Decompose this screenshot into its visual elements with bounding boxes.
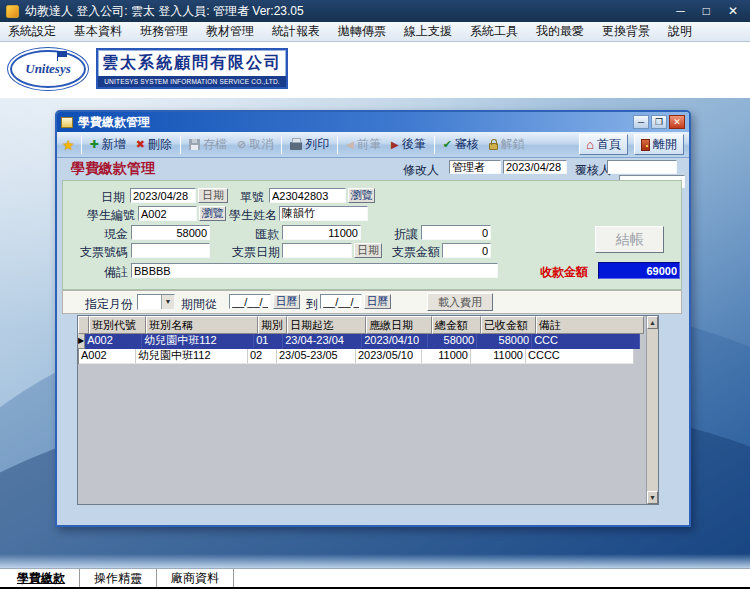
- modified-by-field[interactable]: [449, 160, 501, 174]
- menu-item-system-tools[interactable]: 系統工具: [470, 23, 518, 40]
- previous-record-label: 前筆: [357, 136, 381, 153]
- minimize-button[interactable]: ─: [676, 0, 685, 22]
- table-row[interactable]: A002 幼兒園中班112 02 23/05-23/05 2023/05/10 …: [78, 349, 658, 364]
- table-row[interactable]: ▶ A002 幼兒園中班112 01 23/04-23/04 2023/04/1…: [78, 334, 658, 349]
- chevron-down-icon[interactable]: ▼: [161, 295, 174, 309]
- menu-item-class-mgmt[interactable]: 班務管理: [140, 23, 188, 40]
- screen: 幼教達人 登入公司: 雲太 登入人員: 管理者 Ver:23.05 ─ □ ✕ …: [0, 0, 750, 589]
- menu-item-material-mgmt[interactable]: 教材管理: [206, 23, 254, 40]
- delete-label: 刪除: [148, 136, 172, 153]
- maximize-button[interactable]: □: [703, 0, 710, 22]
- note-label: 備註: [104, 264, 128, 281]
- calendar-to-button[interactable]: 日曆: [364, 294, 391, 309]
- cell-note: CCCC: [526, 349, 634, 364]
- menu-item-reports[interactable]: 統計報表: [272, 23, 320, 40]
- cell-date-range: 23/04-23/04: [283, 334, 362, 349]
- scroll-down-icon[interactable]: ▼: [647, 491, 658, 504]
- app-icon: [6, 5, 19, 18]
- save-label: 存檔: [203, 136, 227, 153]
- delete-button[interactable]: ✖ 刪除: [132, 134, 176, 155]
- month-select-value: [138, 295, 161, 309]
- menu-item-favorites[interactable]: 我的最愛: [536, 23, 584, 40]
- menu-item-online-support[interactable]: 線上支援: [404, 23, 452, 40]
- grid-header-class-name[interactable]: 班別名稱: [146, 316, 258, 334]
- check-amount-field[interactable]: [442, 243, 491, 258]
- grid-header-due-date[interactable]: 應繳日期: [366, 316, 432, 334]
- student-name-field[interactable]: [279, 206, 368, 221]
- cell-received-amount: 11000: [471, 349, 526, 364]
- grid-header-date-range[interactable]: 日期起迄: [287, 316, 366, 334]
- remittance-field[interactable]: [282, 225, 361, 240]
- student-id-field[interactable]: [138, 206, 197, 221]
- window-titlebar[interactable]: 學費繳款管理 ─ ❐ ✕: [57, 112, 689, 132]
- toolbar-separator: [81, 136, 82, 154]
- menubar: 系統設定 基本資料 班務管理 教材管理 統計報表 拋轉傳票 線上支援 系統工具 …: [0, 22, 750, 42]
- discount-field[interactable]: [421, 225, 491, 240]
- date-field[interactable]: [130, 188, 196, 203]
- window-icon: [61, 117, 73, 128]
- check-no-field[interactable]: [131, 243, 210, 258]
- load-fees-button[interactable]: 載入費用: [427, 293, 493, 311]
- save-icon: [189, 139, 200, 150]
- grid-header-class-code[interactable]: 班別代號: [89, 316, 146, 334]
- menu-item-change-background[interactable]: 更換背景: [602, 23, 650, 40]
- company-name: 雲太系統顧問有限公司: [98, 50, 286, 76]
- modified-date-field[interactable]: [503, 160, 567, 174]
- cash-field[interactable]: [131, 225, 210, 240]
- arrow-right-icon: ▶: [391, 139, 399, 150]
- window-restore-button[interactable]: ❐: [651, 115, 667, 129]
- grid-header-note[interactable]: 備註: [536, 316, 644, 334]
- check-date-picker-button[interactable]: 日期: [354, 243, 382, 258]
- calendar-from-button[interactable]: 日曆: [273, 294, 300, 309]
- cancel-button[interactable]: ⊘ 取消: [233, 134, 277, 155]
- student-id-label: 學生編號: [87, 207, 135, 224]
- period-to-field[interactable]: [320, 294, 362, 309]
- new-button[interactable]: ✚ 新增: [86, 134, 130, 155]
- tab-tuition-payment[interactable]: 學費繳款: [3, 569, 80, 587]
- menu-item-system[interactable]: 系統設定: [8, 23, 56, 40]
- period-from-field[interactable]: [229, 294, 271, 309]
- check-icon: ✔: [443, 139, 452, 150]
- exit-button[interactable]: 離開: [634, 134, 684, 155]
- cell-date-range: 23/05-23/05: [277, 349, 356, 364]
- menu-item-voucher[interactable]: 拋轉傳票: [338, 23, 386, 40]
- menu-item-basic-data[interactable]: 基本資料: [74, 23, 122, 40]
- unlock-label: 解鎖: [501, 136, 525, 153]
- grid-header-received-amount[interactable]: 已收金額: [481, 316, 536, 334]
- grid-header-period[interactable]: 期別: [258, 316, 287, 334]
- cell-note: CCC: [532, 334, 640, 349]
- print-button[interactable]: 列印: [286, 134, 333, 155]
- previous-record-button[interactable]: ◀ 前筆: [342, 134, 385, 155]
- cell-due-date: 2023/05/10: [356, 349, 422, 364]
- grid-header-total-amount[interactable]: 總金額: [432, 316, 481, 334]
- vertical-scrollbar[interactable]: ▲ ▼: [646, 316, 658, 504]
- menu-item-help[interactable]: 說明: [668, 23, 692, 40]
- home-button[interactable]: ⌂ 首頁: [579, 134, 628, 155]
- favorite-star-icon[interactable]: ★: [62, 137, 75, 153]
- grid-header-row: 班別代號 班別名稱 期別 日期起迄 應繳日期 總金額 已收金額 備註: [78, 316, 658, 334]
- student-browse-button[interactable]: 瀏覽: [199, 206, 226, 221]
- student-name-label: 學生姓名: [229, 207, 277, 224]
- check-date-field[interactable]: [282, 243, 352, 258]
- tab-operation-wizard[interactable]: 操作精靈: [80, 569, 157, 587]
- footer-tab-bar: 學費繳款 操作精靈 廠商資料: [0, 568, 750, 589]
- scroll-up-icon[interactable]: ▲: [647, 316, 658, 329]
- doc-no-field[interactable]: [269, 188, 346, 203]
- approve-button[interactable]: ✔ 審核: [439, 134, 483, 155]
- tab-vendor-data[interactable]: 廠商資料: [157, 569, 234, 587]
- logo-header: Unitesys 雲太系統顧問有限公司 UNITESYS SYSTEM INFO…: [0, 42, 750, 98]
- doc-browse-button[interactable]: 瀏覽: [348, 188, 375, 203]
- note-field[interactable]: [131, 263, 498, 278]
- reviewer-field[interactable]: [607, 160, 677, 174]
- month-select[interactable]: ▼: [137, 294, 175, 310]
- close-button[interactable]: ✕: [728, 0, 738, 22]
- unlock-button[interactable]: 解鎖: [485, 134, 529, 155]
- save-button[interactable]: 存檔: [185, 134, 231, 155]
- window-close-button[interactable]: ✕: [669, 115, 685, 129]
- exit-label: 離開: [653, 136, 677, 153]
- window-minimize-button[interactable]: ─: [633, 115, 649, 129]
- settle-button[interactable]: 結帳: [595, 226, 664, 253]
- date-picker-button[interactable]: 日期: [198, 188, 228, 203]
- fees-grid: 班別代號 班別名稱 期別 日期起迄 應繳日期 總金額 已收金額 備註 ▶ A00…: [77, 315, 659, 505]
- next-record-button[interactable]: ▶ 後筆: [387, 134, 430, 155]
